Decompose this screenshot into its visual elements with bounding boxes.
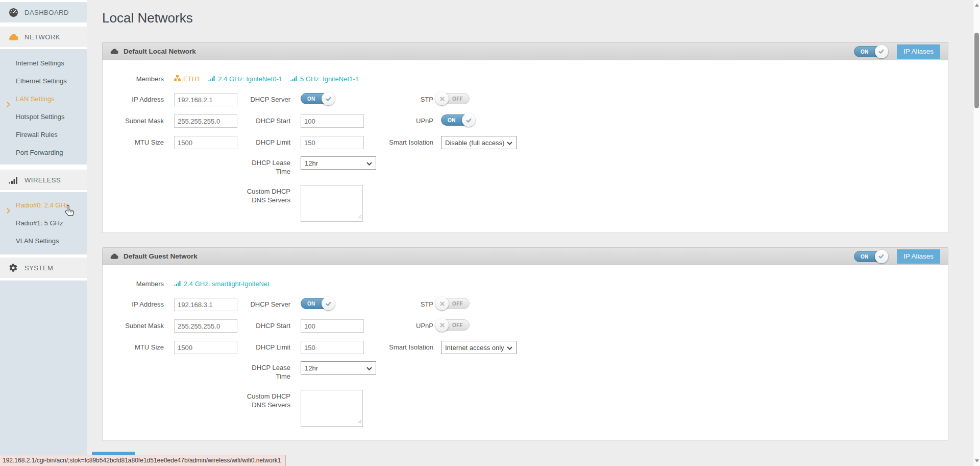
sidebar-item-label: NETWORK <box>24 33 60 41</box>
vertical-scrollbar[interactable] <box>973 0 980 466</box>
sidebar-filler <box>0 281 87 466</box>
dhcp-start-input[interactable] <box>301 114 364 128</box>
stp-label: STP <box>362 298 433 311</box>
dhcp-lease-time-select[interactable]: 12hr <box>301 156 376 170</box>
network-enabled-toggle[interactable]: ON <box>854 251 883 262</box>
dhcp-limit-input[interactable] <box>301 341 364 354</box>
chevron-down-icon <box>366 364 372 372</box>
sidebar-item-port-forwarding[interactable]: Port Forwarding <box>0 144 87 161</box>
sidebar-item-label: SYSTEM <box>24 264 53 272</box>
check-icon <box>322 297 335 310</box>
dhcp-lease-time-label: DHCP Lease Time <box>244 156 290 176</box>
members-list: ETH1 2.4 GHz: IgniteNet0-1 5 GHz: Ignite… <box>174 75 359 84</box>
smart-isolation-select[interactable]: Disable (full access) <box>441 136 517 149</box>
cloud-icon <box>110 252 118 261</box>
sidebar-item-dashboard[interactable]: DASHBOARD <box>0 2 87 22</box>
panel-header: Default Local Network ON IP Aliases <box>102 42 948 60</box>
ip-aliases-button[interactable]: IP Aliases <box>897 249 940 264</box>
signal-bars-icon <box>8 175 19 185</box>
dhcp-limit-label: DHCP Limit <box>244 341 290 354</box>
resize-handle-icon[interactable] <box>357 417 362 422</box>
scroll-up-arrow-icon[interactable] <box>975 4 979 7</box>
sidebar-item-label: DASHBOARD <box>24 9 69 16</box>
stp-toggle[interactable]: OFF <box>441 93 470 104</box>
subnet-mask-label: Subnet Mask <box>103 114 164 128</box>
smart-isolation-label: Smart Isolation <box>362 341 433 354</box>
ethernet-icon <box>174 75 181 84</box>
members-label: Members <box>103 279 164 289</box>
member-link-wifi-guest[interactable]: 2.4 GHz: smartlight-IgniteNet <box>174 279 270 289</box>
scrollbar-thumb[interactable] <box>974 33 979 108</box>
sidebar-item-network[interactable]: NETWORK <box>0 27 87 47</box>
dhcp-limit-input[interactable] <box>301 136 364 149</box>
sidebar-item-system[interactable]: SYSTEM <box>0 258 87 278</box>
wifi-signal-icon <box>174 279 181 289</box>
member-link-eth1[interactable]: ETH1 <box>174 75 200 84</box>
subnet-mask-label: Subnet Mask <box>103 319 164 333</box>
status-link-preview: 192.168.2.1/cgi-bin/acn/;stok=fc89b542bc… <box>0 455 286 466</box>
upnp-toggle[interactable]: OFF <box>441 319 470 331</box>
network-enabled-toggle[interactable]: ON <box>854 46 883 57</box>
scroll-down-arrow-icon[interactable] <box>975 459 979 462</box>
panel-default-guest-network: Default Guest Network ON IP Aliases Memb… <box>102 247 948 440</box>
sidebar-item-wireless[interactable]: WIRELESS <box>0 170 87 190</box>
panel-body: Members ETH1 2.4 GHz: IgniteNet0-1 5 GHz… <box>102 60 948 233</box>
sidebar-item-hotspot-settings[interactable]: Hotspot Settings <box>0 108 87 126</box>
cloud-icon <box>8 32 19 42</box>
sidebar: DASHBOARD NETWORK Internet Settings Ethe… <box>0 0 87 466</box>
wireless-submenu: Radio#0: 2.4 GHz Radio#1: 5 GHz VLAN Set… <box>0 192 87 254</box>
subnet-mask-input[interactable] <box>174 319 237 333</box>
check-icon <box>322 92 335 105</box>
upnp-label: UPnP <box>362 319 433 333</box>
members-list: 2.4 GHz: smartlight-IgniteNet <box>174 279 270 289</box>
dhcp-server-toggle[interactable]: ON <box>301 298 329 309</box>
upnp-label: UPnP <box>362 114 433 128</box>
stp-toggle[interactable]: OFF <box>441 298 470 309</box>
dhcp-server-toggle[interactable]: ON <box>301 93 329 104</box>
cloud-icon <box>110 47 118 56</box>
smart-isolation-label: Smart Isolation <box>362 136 433 149</box>
mtu-size-input[interactable] <box>174 136 237 149</box>
x-icon <box>435 318 449 332</box>
custom-dns-label: Custom DHCP DNS Servers <box>244 390 290 409</box>
dhcp-start-label: DHCP Start <box>244 114 290 128</box>
dhcp-start-label: DHCP Start <box>244 319 290 333</box>
member-link-wifi-2g[interactable]: 2.4 GHz: IgniteNet0-1 <box>208 75 282 84</box>
member-link-wifi-5g[interactable]: 5 GHz: IgniteNet1-1 <box>290 75 359 84</box>
subnet-mask-input[interactable] <box>174 114 237 128</box>
panel-title: Default Local Network <box>124 48 196 55</box>
sidebar-item-lan-settings[interactable]: LAN Settings <box>0 90 87 108</box>
gauge-icon <box>8 7 19 17</box>
ip-address-input[interactable] <box>174 298 237 311</box>
panel-default-local-network: Default Local Network ON IP Aliases Memb… <box>102 42 948 233</box>
mtu-size-label: MTU Size <box>103 136 164 149</box>
ip-aliases-button[interactable]: IP Aliases <box>897 44 940 59</box>
sidebar-item-vlan-settings[interactable]: VLAN Settings <box>0 232 87 250</box>
resize-handle-icon[interactable] <box>357 212 362 217</box>
wifi-signal-icon <box>290 75 298 84</box>
ip-address-input[interactable] <box>174 93 237 106</box>
x-icon <box>435 297 449 310</box>
dhcp-server-label: DHCP Server <box>244 298 290 311</box>
dhcp-lease-time-select[interactable]: 12hr <box>301 361 376 375</box>
smart-isolation-select[interactable]: Internet access only <box>441 341 517 354</box>
check-icon <box>462 113 475 127</box>
dhcp-start-input[interactable] <box>301 319 364 333</box>
app-window: DASHBOARD NETWORK Internet Settings Ethe… <box>0 0 980 466</box>
dhcp-limit-label: DHCP Limit <box>244 136 290 149</box>
sidebar-item-ethernet-settings[interactable]: Ethernet Settings <box>0 72 87 90</box>
chevron-down-icon <box>507 139 512 147</box>
custom-dns-textarea[interactable] <box>301 185 363 222</box>
ip-address-label: IP Address <box>103 298 164 311</box>
mtu-size-input[interactable] <box>174 341 237 354</box>
custom-dns-textarea[interactable] <box>301 390 363 427</box>
wifi-signal-icon <box>208 75 215 84</box>
sidebar-item-radio1[interactable]: Radio#1: 5 GHz <box>0 214 87 232</box>
sidebar-item-firewall-rules[interactable]: Firewall Rules <box>0 126 87 144</box>
mtu-size-label: MTU Size <box>103 341 164 354</box>
stp-label: STP <box>362 93 433 106</box>
chevron-down-icon <box>507 344 512 352</box>
upnp-toggle[interactable]: ON <box>441 114 470 126</box>
sidebar-item-internet-settings[interactable]: Internet Settings <box>0 54 87 72</box>
sidebar-item-radio0[interactable]: Radio#0: 2.4 GHz <box>0 196 87 214</box>
